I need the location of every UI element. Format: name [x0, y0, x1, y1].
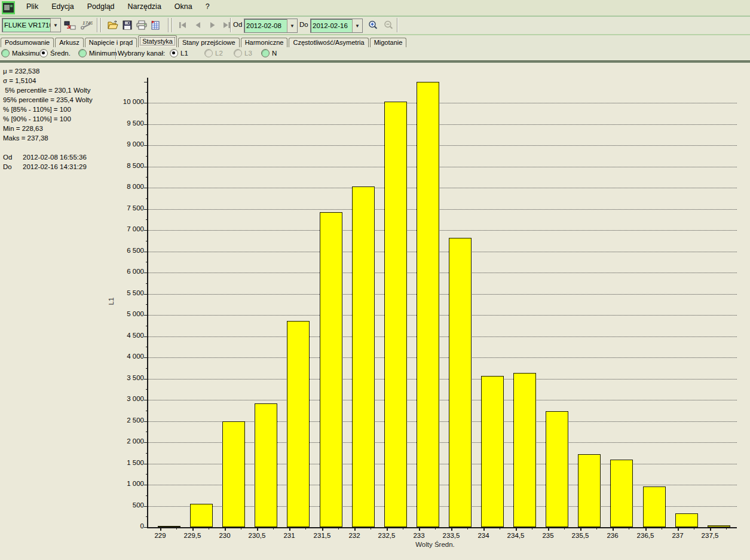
- series-radio-redn[interactable]: Średn.: [39, 49, 71, 57]
- stat-line: 95% percentile = 235,4 Wolty: [3, 95, 117, 105]
- y-tick: [146, 453, 148, 454]
- x-tick: [289, 527, 290, 531]
- gridline: [148, 273, 737, 273]
- period-value: 2012-02-08 16:55:36: [23, 152, 87, 162]
- y-tick: [144, 421, 148, 422]
- gridline: [148, 400, 737, 400]
- x-minor-tick: [273, 527, 274, 530]
- y-tick-label: 7 000: [108, 225, 144, 232]
- x-tick: [419, 527, 420, 531]
- channel-selector-label: Wybrany kanał:: [118, 50, 165, 57]
- tab-statystyka[interactable]: Statystyka: [138, 35, 177, 47]
- histogram-bar: [158, 526, 180, 527]
- menu-podgld[interactable]: Podgląd: [81, 0, 121, 13]
- y-tick: [144, 527, 148, 528]
- x-tick: [322, 527, 323, 531]
- y-tick: [146, 432, 148, 432]
- device-select[interactable]: FLUKE VR1710 ▼: [2, 18, 61, 32]
- gridline: [148, 209, 737, 210]
- histogram-bar: [417, 82, 439, 527]
- tab-bar: PodsumowanieArkuszNapięcie i prądStatyst…: [0, 35, 750, 47]
- series-radio-maksimum[interactable]: Maksimum: [1, 49, 45, 57]
- nav-next-button[interactable]: [205, 18, 220, 32]
- x-minor-tick: [726, 527, 727, 530]
- radio-icon[interactable]: [204, 49, 213, 57]
- menu-?[interactable]: ?: [199, 0, 216, 13]
- nav-prev-button[interactable]: [190, 18, 205, 32]
- nav-first-icon: [178, 21, 188, 29]
- date-to-select[interactable]: 2012-02-16 ▼: [310, 19, 363, 33]
- gridline: [148, 167, 737, 167]
- x-tick-label: 236,5: [627, 532, 663, 539]
- radio-icon[interactable]: [234, 49, 242, 57]
- y-tick-label: 3 500: [108, 374, 144, 381]
- tab-migotanie[interactable]: Migotanie: [370, 38, 407, 47]
- radio-icon[interactable]: [39, 49, 48, 57]
- nav-next-icon: [209, 21, 217, 29]
- x-tick-label: 236: [595, 532, 630, 539]
- instrument-setup-button[interactable]: 1740: [78, 18, 93, 32]
- channel-radio-n[interactable]: N: [261, 49, 277, 57]
- tab-stanyprzejciowe[interactable]: Stany przejściowe: [178, 38, 240, 47]
- x-tick-label: 230: [207, 532, 243, 539]
- histogram-bar: [513, 373, 536, 527]
- chevron-down-icon[interactable]: ▼: [287, 19, 297, 32]
- stat-line: Min = 228,63: [3, 124, 117, 133]
- channel-radio-l2[interactable]: L2: [204, 49, 223, 57]
- open-file-icon: [107, 20, 119, 30]
- open-file-button[interactable]: [105, 18, 120, 32]
- x-tick-label: 237: [660, 532, 696, 539]
- fluke-logger-app-icon[interactable]: [2, 1, 15, 14]
- y-tick-label: 2 000: [108, 437, 144, 445]
- menu-plik[interactable]: Plik: [20, 0, 45, 13]
- gridline: [148, 464, 737, 464]
- channel-radio-l3[interactable]: L3: [234, 49, 252, 57]
- y-tick: [146, 134, 148, 135]
- x-minor-tick: [662, 527, 662, 530]
- x-tick-label: 233,5: [433, 532, 469, 539]
- save-button[interactable]: [120, 18, 134, 32]
- menu-narzdzia[interactable]: Narzędzia: [121, 0, 168, 13]
- x-tick: [160, 527, 161, 531]
- tab-czstotliwoasymetria[interactable]: Częstotliwość/Asymetria: [289, 38, 368, 47]
- report-button[interactable]: [148, 18, 163, 32]
- menu-edycja[interactable]: Edycja: [45, 0, 81, 13]
- gridline: [148, 103, 737, 103]
- gridline: [148, 379, 737, 380]
- y-tick-label: 1 000: [108, 480, 144, 487]
- histogram-bar: [578, 454, 601, 527]
- x-tick: [580, 527, 581, 531]
- nav-last-button[interactable]: [219, 18, 234, 32]
- date-from-select[interactable]: 2012-02-08 ▼: [244, 19, 298, 33]
- radio-icon[interactable]: [170, 49, 178, 57]
- tab-harmoniczne[interactable]: Harmoniczne: [241, 38, 288, 47]
- options-row: Wybrany kanał: MaksimumŚredn.MinimumL1L2…: [0, 47, 750, 60]
- tab-podsumowanie[interactable]: Podsumowanie: [1, 38, 54, 47]
- download-data-button[interactable]: [62, 18, 77, 32]
- histogram-bar: [708, 525, 730, 527]
- y-tick: [146, 198, 148, 199]
- toolbar-separator: [97, 18, 98, 32]
- x-tick: [548, 527, 549, 531]
- y-tick-label: 4 000: [108, 353, 144, 360]
- tab-arkusz[interactable]: Arkusz: [55, 38, 84, 47]
- x-tick-label: 233: [401, 532, 437, 539]
- zoom-in-button[interactable]: [365, 18, 380, 32]
- channel-radio-l1[interactable]: L1: [170, 49, 188, 57]
- zoom-out-button[interactable]: [381, 18, 396, 32]
- print-button[interactable]: [134, 18, 149, 32]
- radio-icon[interactable]: [78, 49, 87, 57]
- chevron-down-icon[interactable]: ▼: [50, 19, 60, 32]
- radio-icon[interactable]: [1, 49, 10, 57]
- y-tick: [146, 368, 148, 369]
- nav-first-button[interactable]: [175, 18, 190, 32]
- menu-okna[interactable]: Okna: [168, 0, 199, 13]
- radio-icon[interactable]: [261, 49, 270, 57]
- radio-label: L3: [244, 50, 252, 57]
- chevron-down-icon[interactable]: ▼: [352, 19, 362, 32]
- tab-napicieiprd[interactable]: Napięcie i prąd: [85, 38, 137, 47]
- x-minor-tick: [532, 527, 532, 530]
- x-minor-tick: [403, 527, 403, 530]
- x-minor-tick: [371, 527, 371, 530]
- series-radio-minimum[interactable]: Minimum: [78, 49, 117, 57]
